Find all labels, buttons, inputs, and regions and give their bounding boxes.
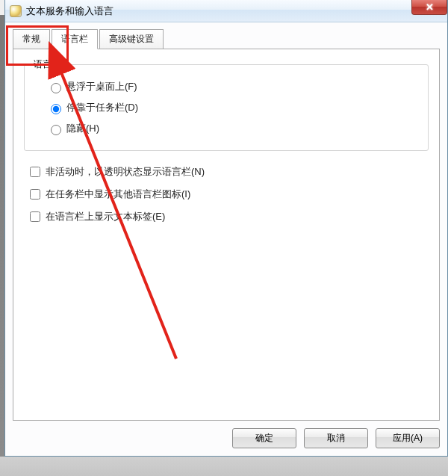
check-textlabels-label: 在语言栏上显示文本标签(E) xyxy=(46,210,165,223)
radio-float-row[interactable]: 悬浮于桌面上(F) xyxy=(47,80,419,93)
tab-language-bar[interactable]: 语言栏 xyxy=(52,29,98,49)
radio-dock-label: 停靠于任务栏(D) xyxy=(66,101,138,114)
radio-float-label: 悬浮于桌面上(F) xyxy=(66,80,137,93)
window-title: 文本服务和输入语言 xyxy=(26,5,113,17)
dialog-content: 常规 语言栏 高级键设置 语言栏 悬浮于桌面上(F) 停靠于任务栏(D) 隐藏(… xyxy=(5,22,447,456)
tab-general[interactable]: 常规 xyxy=(13,29,50,49)
titlebar[interactable]: 文本服务和输入语言 ✕ xyxy=(5,0,447,22)
app-icon xyxy=(10,5,22,17)
radio-hide-row[interactable]: 隐藏(H) xyxy=(47,122,419,135)
tab-panel: 语言栏 悬浮于桌面上(F) 停靠于任务栏(D) 隐藏(H) 非活动时，以透明状态… xyxy=(13,49,440,421)
radio-hide[interactable] xyxy=(51,125,61,135)
check-showicons[interactable] xyxy=(30,189,40,200)
apply-button[interactable]: 应用(A) xyxy=(376,428,440,448)
close-icon: ✕ xyxy=(426,1,434,13)
check-transparent-label: 非活动时，以透明状态显示语言栏(N) xyxy=(46,165,205,179)
button-row: 确定 取消 应用(A) xyxy=(13,421,440,448)
check-transparent[interactable] xyxy=(30,167,40,177)
radio-dock[interactable] xyxy=(51,104,61,114)
dialog-window: 文本服务和输入语言 ✕ 常规 语言栏 高级键设置 语言栏 悬浮于桌面上(F) 停… xyxy=(4,0,448,457)
check-transparent-row[interactable]: 非活动时，以透明状态显示语言栏(N) xyxy=(27,164,429,179)
check-textlabels-row[interactable]: 在语言栏上显示文本标签(E) xyxy=(27,209,429,224)
tabbar: 常规 语言栏 高级键设置 xyxy=(13,29,440,49)
close-button[interactable]: ✕ xyxy=(411,0,447,15)
ok-button[interactable]: 确定 xyxy=(232,428,296,448)
group-legend: 语言栏 xyxy=(31,58,63,71)
check-showicons-label: 在任务栏中显示其他语言栏图标(I) xyxy=(46,188,190,201)
radio-float[interactable] xyxy=(51,83,61,93)
check-textlabels[interactable] xyxy=(30,211,40,222)
check-showicons-row[interactable]: 在任务栏中显示其他语言栏图标(I) xyxy=(27,187,429,202)
radio-hide-label: 隐藏(H) xyxy=(66,122,99,135)
language-bar-group: 语言栏 悬浮于桌面上(F) 停靠于任务栏(D) 隐藏(H) xyxy=(24,64,429,151)
radio-dock-row[interactable]: 停靠于任务栏(D) xyxy=(47,101,419,114)
tab-advanced[interactable]: 高级键设置 xyxy=(99,29,164,49)
cancel-button[interactable]: 取消 xyxy=(304,428,368,448)
